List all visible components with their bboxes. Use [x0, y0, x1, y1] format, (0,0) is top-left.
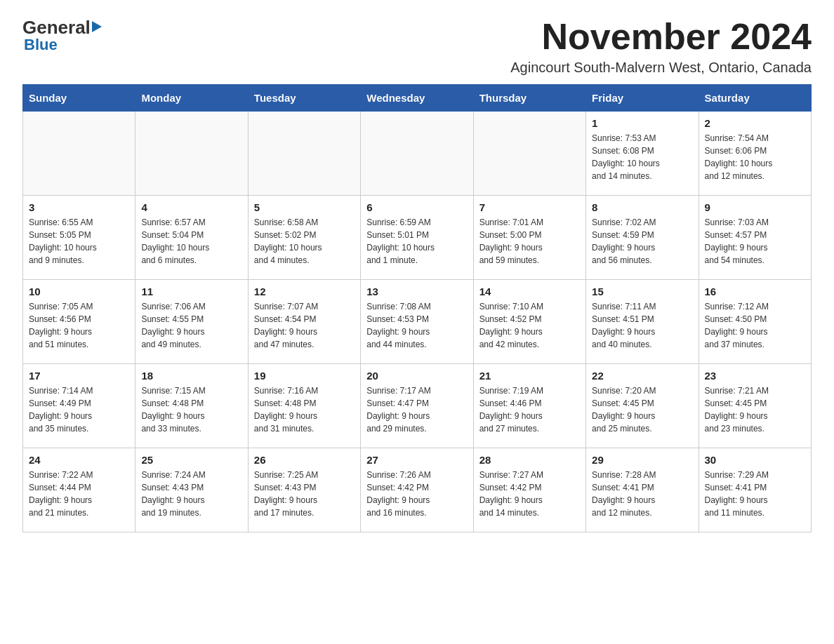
calendar-cell: 5Sunrise: 6:58 AM Sunset: 5:02 PM Daylig… — [248, 196, 360, 280]
day-info: Sunrise: 7:08 AM Sunset: 4:53 PM Dayligh… — [366, 300, 467, 351]
day-number: 24 — [29, 454, 129, 466]
day-info: Sunrise: 6:58 AM Sunset: 5:02 PM Dayligh… — [254, 216, 355, 267]
day-number: 2 — [705, 117, 805, 129]
calendar-cell — [248, 112, 360, 196]
weekday-header-monday: Monday — [135, 85, 248, 112]
day-number: 28 — [479, 454, 580, 466]
calendar-cell: 26Sunrise: 7:25 AM Sunset: 4:43 PM Dayli… — [248, 448, 360, 532]
calendar-cell: 11Sunrise: 7:06 AM Sunset: 4:55 PM Dayli… — [135, 280, 248, 364]
day-info: Sunrise: 7:22 AM Sunset: 4:44 PM Dayligh… — [29, 469, 129, 519]
day-info: Sunrise: 6:57 AM Sunset: 5:04 PM Dayligh… — [141, 216, 241, 267]
calendar-cell — [135, 112, 248, 196]
day-number: 10 — [29, 286, 129, 297]
day-info: Sunrise: 7:14 AM Sunset: 4:49 PM Dayligh… — [29, 384, 129, 435]
day-info: Sunrise: 7:15 AM Sunset: 4:48 PM Dayligh… — [141, 384, 241, 435]
day-info: Sunrise: 7:53 AM Sunset: 6:08 PM Dayligh… — [592, 132, 692, 182]
week-row-1: 1Sunrise: 7:53 AM Sunset: 6:08 PM Daylig… — [23, 112, 812, 196]
weekday-header-sunday: Sunday — [23, 85, 135, 112]
day-info: Sunrise: 6:55 AM Sunset: 5:05 PM Dayligh… — [29, 216, 129, 267]
day-info: Sunrise: 7:06 AM Sunset: 4:55 PM Dayligh… — [141, 300, 241, 351]
day-number: 7 — [479, 201, 580, 213]
day-number: 30 — [705, 454, 805, 466]
day-number: 25 — [141, 454, 241, 466]
day-info: Sunrise: 7:24 AM Sunset: 4:43 PM Dayligh… — [141, 469, 241, 519]
calendar-cell — [473, 112, 585, 196]
day-info: Sunrise: 7:03 AM Sunset: 4:57 PM Dayligh… — [705, 216, 805, 267]
calendar-cell — [361, 112, 473, 196]
calendar-cell — [23, 112, 135, 196]
day-number: 5 — [254, 201, 355, 213]
day-info: Sunrise: 7:07 AM Sunset: 4:54 PM Dayligh… — [254, 300, 355, 351]
day-info: Sunrise: 7:16 AM Sunset: 4:48 PM Dayligh… — [254, 384, 355, 435]
calendar-cell: 1Sunrise: 7:53 AM Sunset: 6:08 PM Daylig… — [586, 112, 699, 196]
calendar: SundayMondayTuesdayWednesdayThursdayFrid… — [22, 84, 812, 532]
day-info: Sunrise: 7:12 AM Sunset: 4:50 PM Dayligh… — [705, 300, 805, 351]
day-info: Sunrise: 7:01 AM Sunset: 5:00 PM Dayligh… — [479, 216, 580, 267]
day-number: 23 — [705, 370, 805, 382]
week-row-3: 10Sunrise: 7:05 AM Sunset: 4:56 PM Dayli… — [23, 280, 812, 364]
day-info: Sunrise: 7:27 AM Sunset: 4:42 PM Dayligh… — [479, 469, 580, 519]
header: General Blue November 2024 Agincourt Sou… — [22, 17, 812, 76]
calendar-cell: 16Sunrise: 7:12 AM Sunset: 4:50 PM Dayli… — [699, 280, 811, 364]
day-info: Sunrise: 7:02 AM Sunset: 4:59 PM Dayligh… — [592, 216, 692, 267]
calendar-cell: 6Sunrise: 6:59 AM Sunset: 5:01 PM Daylig… — [361, 196, 473, 280]
weekday-header-saturday: Saturday — [699, 85, 811, 112]
day-number: 12 — [254, 286, 355, 297]
week-row-4: 17Sunrise: 7:14 AM Sunset: 4:49 PM Dayli… — [23, 364, 812, 448]
day-info: Sunrise: 7:29 AM Sunset: 4:41 PM Dayligh… — [705, 469, 805, 519]
day-number: 6 — [366, 201, 467, 213]
calendar-cell: 25Sunrise: 7:24 AM Sunset: 4:43 PM Dayli… — [135, 448, 248, 532]
day-info: Sunrise: 7:05 AM Sunset: 4:56 PM Dayligh… — [29, 300, 129, 351]
week-row-5: 24Sunrise: 7:22 AM Sunset: 4:44 PM Dayli… — [23, 448, 812, 532]
calendar-cell: 12Sunrise: 7:07 AM Sunset: 4:54 PM Dayli… — [248, 280, 360, 364]
day-number: 16 — [705, 286, 805, 297]
day-number: 18 — [141, 370, 241, 382]
weekday-header-tuesday: Tuesday — [248, 85, 360, 112]
calendar-cell: 3Sunrise: 6:55 AM Sunset: 5:05 PM Daylig… — [23, 196, 135, 280]
day-info: Sunrise: 7:11 AM Sunset: 4:51 PM Dayligh… — [592, 300, 692, 351]
day-number: 19 — [254, 370, 355, 382]
day-number: 14 — [479, 286, 580, 297]
calendar-cell: 28Sunrise: 7:27 AM Sunset: 4:42 PM Dayli… — [473, 448, 585, 532]
day-number: 26 — [254, 454, 355, 466]
calendar-cell: 9Sunrise: 7:03 AM Sunset: 4:57 PM Daylig… — [699, 196, 811, 280]
weekday-header-row: SundayMondayTuesdayWednesdayThursdayFrid… — [23, 85, 812, 112]
calendar-cell: 30Sunrise: 7:29 AM Sunset: 4:41 PM Dayli… — [699, 448, 811, 532]
svg-marker-0 — [92, 21, 102, 32]
logo: General Blue — [22, 17, 105, 54]
calendar-cell: 2Sunrise: 7:54 AM Sunset: 6:06 PM Daylig… — [699, 112, 811, 196]
day-info: Sunrise: 7:10 AM Sunset: 4:52 PM Dayligh… — [479, 300, 580, 351]
day-number: 1 — [592, 117, 692, 129]
day-info: Sunrise: 7:21 AM Sunset: 4:45 PM Dayligh… — [705, 384, 805, 435]
calendar-cell: 15Sunrise: 7:11 AM Sunset: 4:51 PM Dayli… — [586, 280, 699, 364]
logo-arrow-icon — [92, 17, 105, 39]
calendar-cell: 10Sunrise: 7:05 AM Sunset: 4:56 PM Dayli… — [23, 280, 135, 364]
day-number: 15 — [592, 286, 692, 297]
day-info: Sunrise: 6:59 AM Sunset: 5:01 PM Dayligh… — [366, 216, 467, 267]
weekday-header-friday: Friday — [586, 85, 699, 112]
day-number: 4 — [141, 201, 241, 213]
day-number: 13 — [366, 286, 467, 297]
calendar-cell: 29Sunrise: 7:28 AM Sunset: 4:41 PM Dayli… — [586, 448, 699, 532]
day-number: 8 — [592, 201, 692, 213]
calendar-cell: 7Sunrise: 7:01 AM Sunset: 5:00 PM Daylig… — [473, 196, 585, 280]
day-number: 22 — [592, 370, 692, 382]
logo-blue: Blue — [24, 36, 58, 54]
title-area: November 2024 Agincourt South-Malvern We… — [510, 17, 812, 76]
day-number: 3 — [29, 201, 129, 213]
location-title: Agincourt South-Malvern West, Ontario, C… — [510, 60, 812, 76]
day-info: Sunrise: 7:26 AM Sunset: 4:42 PM Dayligh… — [366, 469, 467, 519]
calendar-cell: 20Sunrise: 7:17 AM Sunset: 4:47 PM Dayli… — [361, 364, 473, 448]
weekday-header-thursday: Thursday — [473, 85, 585, 112]
day-number: 11 — [141, 286, 241, 297]
calendar-cell: 19Sunrise: 7:16 AM Sunset: 4:48 PM Dayli… — [248, 364, 360, 448]
calendar-cell: 24Sunrise: 7:22 AM Sunset: 4:44 PM Dayli… — [23, 448, 135, 532]
calendar-cell: 13Sunrise: 7:08 AM Sunset: 4:53 PM Dayli… — [361, 280, 473, 364]
calendar-cell: 14Sunrise: 7:10 AM Sunset: 4:52 PM Dayli… — [473, 280, 585, 364]
day-number: 21 — [479, 370, 580, 382]
day-number: 20 — [366, 370, 467, 382]
day-info: Sunrise: 7:17 AM Sunset: 4:47 PM Dayligh… — [366, 384, 467, 435]
calendar-cell: 21Sunrise: 7:19 AM Sunset: 4:46 PM Dayli… — [473, 364, 585, 448]
calendar-cell: 17Sunrise: 7:14 AM Sunset: 4:49 PM Dayli… — [23, 364, 135, 448]
calendar-cell: 18Sunrise: 7:15 AM Sunset: 4:48 PM Dayli… — [135, 364, 248, 448]
